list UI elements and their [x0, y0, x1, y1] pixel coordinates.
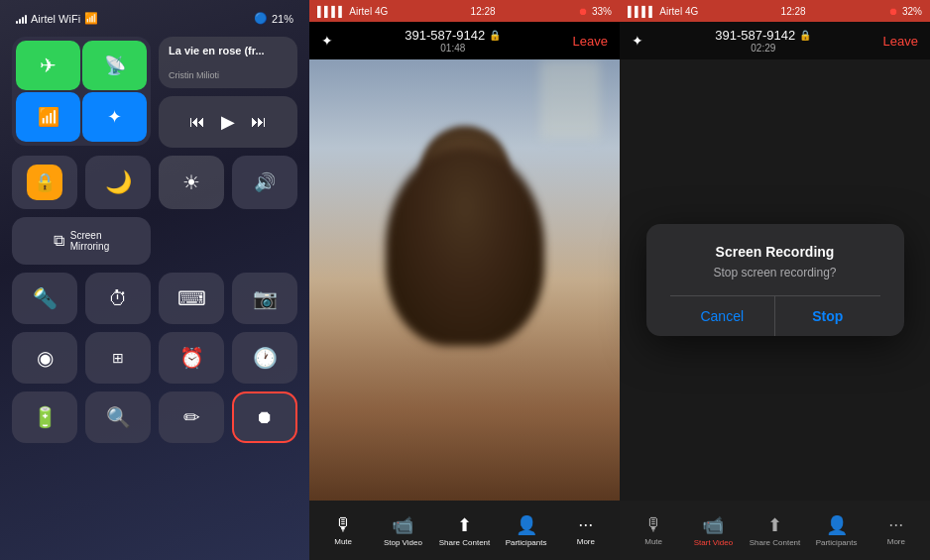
magnifier-icon: 🔍 [106, 405, 131, 429]
status-bar-1: Airtel WiFi 📶 🔵 21% [12, 12, 297, 29]
stop-button[interactable]: Stop [775, 296, 880, 336]
wifi-icon-1: 📶 [84, 12, 98, 25]
qr-icon: ⊞ [112, 350, 124, 366]
video-status-right: ⏺ 33% [578, 6, 612, 17]
accessibility-icon: ◉ [37, 346, 54, 370]
participants-icon: 👤 [516, 514, 537, 536]
qr-scanner-btn[interactable]: ⊞ [85, 332, 151, 384]
dialog-bottom-bar: 🎙 Mute 📹 Start Video ⬆ Share Content 👤 P… [620, 501, 930, 560]
screen-lock-btn[interactable]: 🔒 [12, 156, 77, 209]
camera-icon: 📷 [253, 286, 278, 310]
time-label-3: 12:28 [781, 6, 806, 17]
camera-btn[interactable]: 📷 [232, 273, 297, 324]
timer-btn[interactable]: ⏱ [85, 273, 151, 324]
call-bar-2: ✦ 391-587-9142 🔒 01:48 Leave [309, 22, 620, 59]
more-btn2[interactable]: ··· More [872, 514, 920, 546]
lock-icon-3: 🔒 [799, 30, 811, 41]
status-left-1: Airtel WiFi 📶 [16, 12, 98, 25]
screen-recording-dialog: Screen Recording Stop screen recording? … [646, 224, 904, 336]
prev-track-btn[interactable]: ⏮ [189, 113, 205, 131]
signal-icon-3: ▌▌▌▌ [628, 6, 655, 17]
participants-btn[interactable]: 👤 Participants [503, 514, 550, 547]
share-content-btn2[interactable]: ⬆ Share Content [750, 514, 801, 547]
duration-2: 01:48 [440, 43, 465, 54]
video-status-bar: ▌▌▌▌ Airtel 4G 12:28 ⏺ 33% [309, 0, 620, 22]
more-btn[interactable]: ··· More [562, 514, 610, 546]
lock-icon: 🔒 [27, 165, 62, 200]
leave-btn-2[interactable]: Leave [573, 34, 608, 49]
play-btn[interactable]: ▶ [221, 111, 235, 133]
notes-btn[interactable]: ✏ [159, 392, 224, 443]
participants-icon2: 👤 [826, 514, 848, 536]
dialog-title: Screen Recording [670, 244, 880, 260]
recording-dot-3: ⏺ [888, 6, 898, 17]
airplane-btn[interactable]: ✈ [16, 41, 80, 90]
share-icon: ⬆ [457, 514, 472, 536]
bluetooth-icon-2: ✦ [321, 33, 333, 49]
volume-slider[interactable]: 🔊 [232, 156, 297, 209]
status-right-1: 🔵 21% [254, 12, 293, 25]
cellular-btn[interactable]: 📡 [82, 41, 147, 90]
carrier-label-3: Airtel 4G [659, 6, 698, 17]
participants-label2: Participants [816, 538, 858, 547]
battery-btn[interactable]: 🔋 [12, 392, 77, 443]
dialog-message: Stop screen recording? [670, 266, 880, 280]
mute-btn[interactable]: 🎙 Mute [319, 514, 367, 546]
screen-record-btn[interactable]: ⏺ [232, 392, 297, 443]
call-bar-left-2: ✦ [321, 33, 333, 49]
battery-label-3: 32% [902, 6, 922, 17]
flashlight-btn[interactable]: 🔦 [12, 273, 77, 324]
share-content-btn[interactable]: ⬆ Share Content [439, 514, 491, 547]
more-label: More [577, 537, 595, 546]
next-track-btn[interactable]: ⏭ [251, 113, 267, 131]
carrier-label-1: Airtel WiFi [31, 13, 80, 25]
mute-icon2: 🎙 [644, 514, 662, 535]
battery-label-1: 21% [272, 13, 293, 25]
timer-icon: ⏱ [108, 287, 128, 310]
bluetooth-btn[interactable]: ✦ [82, 92, 147, 142]
mute-btn2[interactable]: 🎙 Mute [630, 514, 677, 546]
moon-icon: 🌙 [105, 169, 132, 195]
phone-number-2: 391-587-9142 [405, 28, 485, 43]
leave-btn-3[interactable]: Leave [883, 34, 918, 49]
video-call-panel: ▌▌▌▌ Airtel 4G 12:28 ⏺ 33% ✦ 391-587-914… [309, 0, 620, 560]
do-not-disturb-btn[interactable]: 🌙 [85, 156, 151, 209]
calculator-btn[interactable]: ⌨ [159, 273, 224, 324]
clock-icon: 🕐 [253, 346, 278, 370]
lock-icon-2: 🔒 [489, 30, 501, 41]
cancel-button[interactable]: Cancel [670, 296, 776, 336]
participants-btn2[interactable]: 👤 Participants [813, 514, 861, 547]
wifi-btn[interactable]: 📶 [16, 92, 80, 142]
connectivity-block: ✈ 📡 📶 ✦ [12, 37, 151, 146]
bg-wall [540, 59, 600, 139]
video-bottom-bar-2: 🎙 Mute 📹 Stop Video ⬆ Share Content 👤 Pa… [309, 501, 620, 560]
music-block[interactable]: La vie en rose (fr... Cristin Milioti [159, 37, 297, 88]
screen-mirroring-btn[interactable]: ⧉ ScreenMirroring [12, 217, 151, 265]
recording-dot-2: ⏺ [578, 6, 588, 17]
magnifier-btn[interactable]: 🔍 [85, 392, 151, 443]
alarm-btn[interactable]: ⏰ [159, 332, 224, 384]
control-center-panel: Airtel WiFi 📶 🔵 21% ✈ 📡 📶 ✦ La vie en ro… [0, 0, 309, 560]
music-artist: Cristin Milioti [169, 70, 288, 80]
accessibility-btn[interactable]: ◉ [12, 332, 77, 384]
volume-icon: 🔊 [254, 171, 276, 193]
carrier-label-2: Airtel 4G [349, 6, 388, 17]
music-controls[interactable]: ⏮ ▶ ⏭ [159, 96, 297, 148]
duration-3: 02:29 [751, 43, 775, 54]
clock-btn[interactable]: 🕐 [232, 332, 297, 384]
stop-video-btn[interactable]: 📹 Stop Video [379, 514, 426, 547]
alarm-icon: ⏰ [179, 346, 204, 370]
dialog-panel: ▌▌▌▌ Airtel 4G 12:28 ⏺ 32% ✦ 391-587-914… [620, 0, 930, 560]
brightness-slider[interactable]: ☀ [159, 156, 224, 209]
battery-icon-1: 🔵 [254, 12, 268, 25]
more-icon: ··· [578, 514, 593, 535]
start-video-btn[interactable]: 📹 Start Video [689, 514, 737, 547]
signal-bars-1 [16, 14, 27, 24]
person-body [386, 148, 544, 346]
dialog-status-left: ▌▌▌▌ Airtel 4G [628, 6, 698, 17]
dialog-status-bar: ▌▌▌▌ Airtel 4G 12:28 ⏺ 32% [620, 0, 930, 22]
calculator-icon: ⌨ [177, 286, 206, 310]
participants-label: Participants [506, 538, 547, 547]
mute-icon: 🎙 [334, 514, 352, 535]
more-label2: More [887, 537, 905, 546]
